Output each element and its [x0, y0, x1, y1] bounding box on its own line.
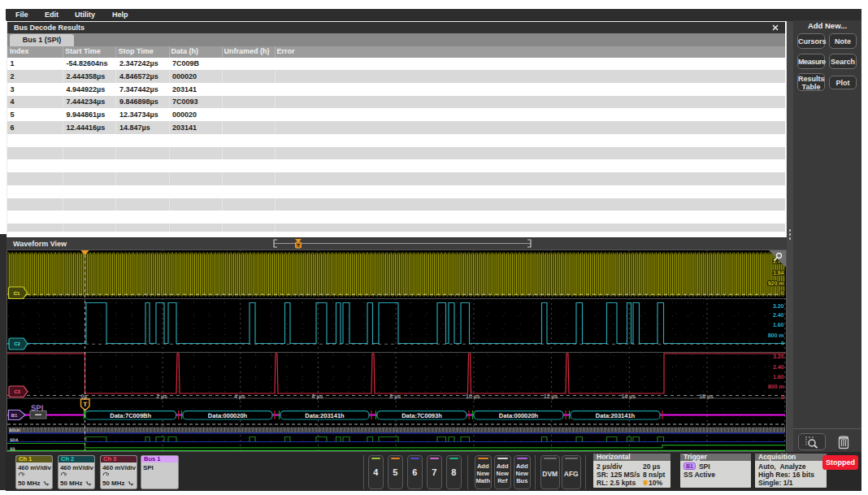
svg-text:SCLK: SCLK — [9, 428, 20, 433]
svg-text:1.60: 1.60 — [773, 323, 784, 328]
svg-text:Data:7C0093h: Data:7C0093h — [401, 412, 442, 419]
svg-text:0: 0 — [781, 291, 784, 297]
svg-text:6 µs: 6 µs — [312, 394, 323, 400]
svg-text:Data:203141h: Data:203141h — [596, 412, 636, 419]
svg-text:920 m: 920 m — [768, 281, 784, 287]
svg-text:3.20: 3.20 — [773, 304, 784, 310]
svg-text:0: 0 — [781, 395, 784, 401]
svg-text:B1: B1 — [11, 413, 18, 419]
svg-text:800 m: 800 m — [768, 384, 784, 390]
svg-text:3.20: 3.20 — [773, 354, 784, 360]
svg-text:8 µs: 8 µs — [389, 394, 401, 400]
svg-text:C1: C1 — [14, 291, 20, 297]
svg-text:2.40: 2.40 — [773, 365, 784, 371]
svg-text:2.40: 2.40 — [773, 313, 784, 319]
svg-text:C3: C3 — [14, 389, 20, 395]
svg-text:10 µs: 10 µs — [466, 394, 480, 400]
svg-text:800 m: 800 m — [768, 333, 784, 339]
svg-text:SDA: SDA — [10, 438, 19, 443]
svg-text:SS: SS — [10, 447, 15, 452]
svg-text:2 µs: 2 µs — [156, 394, 167, 400]
svg-text:C2: C2 — [14, 341, 20, 347]
svg-text:4 µs: 4 µs — [234, 394, 245, 400]
svg-text:1.60: 1.60 — [773, 375, 784, 380]
svg-text:1.84: 1.84 — [773, 271, 784, 276]
svg-text:14 µs: 14 µs — [621, 394, 636, 400]
svg-text:Data:000020h: Data:000020h — [499, 412, 539, 419]
svg-text:Data:000020h: Data:000020h — [208, 412, 248, 419]
svg-text:Data:203141h: Data:203141h — [305, 412, 345, 419]
svg-text:Data:7C009Bh: Data:7C009Bh — [110, 412, 151, 419]
svg-text:16 µs: 16 µs — [699, 394, 714, 400]
svg-text:T: T — [297, 243, 300, 248]
svg-text:T: T — [84, 401, 88, 408]
svg-text:12 µs: 12 µs — [544, 394, 558, 400]
